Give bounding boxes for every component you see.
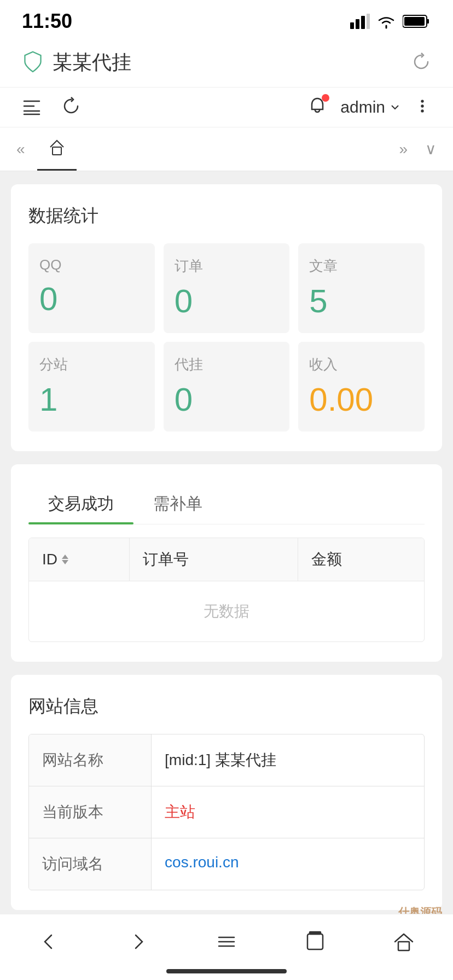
info-table: 网站名称 [mid:1] 某某代挂 当前版本 主站 访问域名 cos.roui.… xyxy=(28,734,425,890)
user-info[interactable]: admin xyxy=(340,98,400,116)
stat-proxy-value: 0 xyxy=(175,381,279,418)
transactions-card: 交易成功 需补单 ID 订单号 金额 无数据 xyxy=(11,464,442,662)
battery-icon xyxy=(403,14,431,28)
username-label: admin xyxy=(340,98,385,116)
svg-rect-21 xyxy=(310,932,321,934)
info-value-name: [mid:1] 某某代挂 xyxy=(152,734,424,786)
header-refresh-icon[interactable] xyxy=(411,52,431,74)
notification-dot xyxy=(322,94,329,102)
svg-point-14 xyxy=(421,104,423,107)
home-tab[interactable] xyxy=(37,127,77,171)
stat-branch-value: 1 xyxy=(39,381,144,418)
stats-card: 数据统计 QQ 0 订单 0 文章 5 分站 1 xyxy=(11,184,442,451)
tab-nav-right: » ∨ xyxy=(393,129,442,169)
tab-back-btn[interactable]: « xyxy=(11,130,31,169)
stat-branch-label: 分站 xyxy=(39,355,144,374)
svg-rect-20 xyxy=(307,934,323,949)
tab-tx-pending[interactable]: 需补单 xyxy=(133,484,222,524)
website-info-card: 网站信息 网站名称 [mid:1] 某某代挂 当前版本 主站 访问域名 cos.… xyxy=(11,675,442,910)
svg-point-13 xyxy=(421,100,423,102)
more-icon[interactable] xyxy=(414,97,431,117)
stat-qq-value: 0 xyxy=(39,280,144,318)
table-body: 无数据 xyxy=(29,581,424,641)
tx-tabs: 交易成功 需补单 xyxy=(28,484,425,524)
hamburger-icon[interactable] xyxy=(22,96,42,118)
nav-menu-btn[interactable] xyxy=(210,925,243,958)
stat-income-label: 收入 xyxy=(309,355,414,374)
info-label-domain: 访问域名 xyxy=(29,838,152,890)
nav-refresh-icon[interactable] xyxy=(61,96,81,118)
stat-order-label: 订单 xyxy=(175,256,279,276)
info-value-version: 主站 xyxy=(152,786,424,838)
stat-proxy: 代挂 0 xyxy=(164,342,290,431)
nav-back-btn[interactable] xyxy=(33,925,66,958)
nav-forward-btn[interactable] xyxy=(121,925,154,958)
nav-window-btn[interactable] xyxy=(299,925,332,958)
info-row-version: 当前版本 主站 xyxy=(29,786,424,838)
tab-nav-left: « xyxy=(11,127,77,171)
status-bar: 11:50 xyxy=(0,0,453,38)
tab-bar: « » ∨ xyxy=(0,127,453,171)
empty-row: 无数据 xyxy=(29,581,424,641)
col-order: 订单号 xyxy=(130,538,298,581)
main-content: 数据统计 QQ 0 订单 0 文章 5 分站 1 xyxy=(0,171,453,980)
app-title: 某某代挂 xyxy=(53,49,131,76)
svg-rect-1 xyxy=(356,19,359,29)
nav-home-btn[interactable] xyxy=(387,925,420,958)
tab-forward-btn[interactable]: » xyxy=(393,130,413,169)
app-header: 某某代挂 xyxy=(0,38,453,88)
nav-right: admin xyxy=(307,96,431,118)
svg-rect-0 xyxy=(350,22,354,29)
stat-qq: QQ 0 xyxy=(28,243,155,333)
shield-icon xyxy=(22,51,44,75)
stat-proxy-label: 代挂 xyxy=(175,355,279,374)
info-label-name: 网站名称 xyxy=(29,734,152,786)
home-indicator xyxy=(166,969,287,973)
svg-point-15 xyxy=(421,109,423,112)
info-row-domain: 访问域名 cos.roui.cn xyxy=(29,838,424,890)
col-amount: 金额 xyxy=(298,538,424,581)
svg-rect-2 xyxy=(361,16,365,29)
svg-rect-3 xyxy=(367,14,370,29)
tab-expand-btn[interactable]: ∨ xyxy=(420,129,442,169)
nav-left xyxy=(22,96,81,118)
info-row-name: 网站名称 [mid:1] 某某代挂 xyxy=(29,734,424,786)
chevron-down-icon xyxy=(390,98,400,116)
signal-icon xyxy=(350,14,370,29)
nav-toolbar: admin xyxy=(0,88,453,127)
sort-icon[interactable] xyxy=(62,555,68,564)
stat-income: 收入 0.00 xyxy=(298,342,425,431)
app-logo: 某某代挂 xyxy=(22,49,131,76)
bell-icon[interactable] xyxy=(307,108,327,118)
stat-order: 订单 0 xyxy=(164,243,290,333)
stats-grid: QQ 0 订单 0 文章 5 分站 1 代挂 0 xyxy=(28,243,425,431)
bell-wrapper[interactable] xyxy=(307,96,327,118)
col-id: ID xyxy=(29,538,130,581)
tab-tx-success[interactable]: 交易成功 xyxy=(28,484,133,524)
svg-rect-16 xyxy=(53,147,61,155)
stat-article-value: 5 xyxy=(309,282,414,320)
stat-article: 文章 5 xyxy=(298,243,425,333)
stat-order-value: 0 xyxy=(175,282,279,320)
stat-income-value: 0.00 xyxy=(309,381,414,418)
info-value-domain: cos.roui.cn xyxy=(152,838,424,890)
website-info-title: 网站信息 xyxy=(28,695,425,719)
svg-rect-5 xyxy=(427,19,429,24)
table-header: ID 订单号 金额 xyxy=(29,538,424,581)
info-label-version: 当前版本 xyxy=(29,786,152,838)
status-icons xyxy=(350,14,431,29)
svg-rect-22 xyxy=(398,942,409,950)
stats-title: 数据统计 xyxy=(28,204,425,228)
home-tab-icon xyxy=(48,138,66,158)
svg-rect-6 xyxy=(404,17,425,26)
stat-qq-label: QQ xyxy=(39,256,144,273)
stat-branch: 分站 1 xyxy=(28,342,155,431)
wifi-icon xyxy=(376,14,396,29)
status-time: 11:50 xyxy=(22,10,72,33)
transactions-table: ID 订单号 金额 无数据 xyxy=(28,538,425,642)
stat-article-label: 文章 xyxy=(309,256,414,276)
